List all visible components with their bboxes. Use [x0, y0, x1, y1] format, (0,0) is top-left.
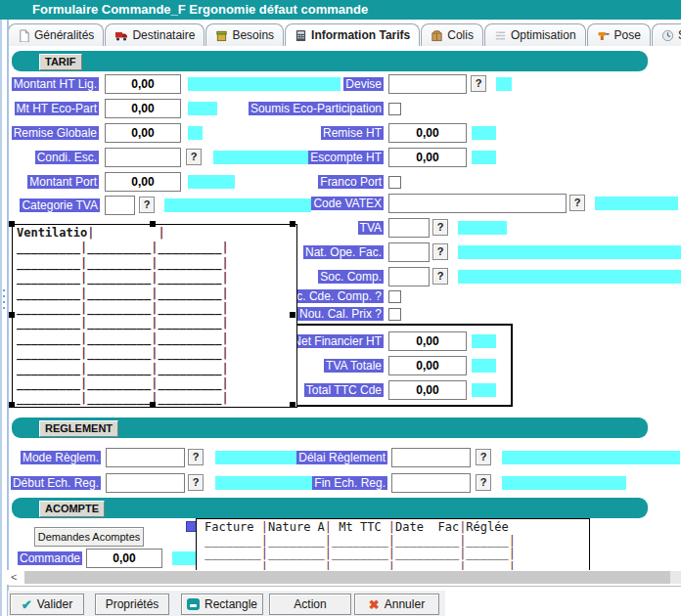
input-remise-ht[interactable]: 0,00: [388, 123, 467, 143]
input-categorie-tva[interactable]: [105, 196, 135, 215]
valider-button[interactable]: ✔ Valider: [10, 594, 84, 615]
help-button-condi-esc[interactable]: ?: [186, 149, 202, 165]
help-button-nat-ope-fac[interactable]: ?: [432, 243, 448, 260]
help-button-soc-comp[interactable]: ?: [432, 268, 448, 285]
input-montant-ht-lig[interactable]: 0,00: [105, 74, 181, 94]
tab-pose[interactable]: Pose: [587, 23, 651, 46]
field-zone-soc-comp[interactable]: [458, 270, 681, 284]
help-button-mode-reglem[interactable]: ?: [188, 449, 204, 465]
field-zone-escompte-ht[interactable]: [472, 151, 496, 164]
selection-handle-top-left[interactable]: [9, 221, 15, 227]
input-tva[interactable]: [388, 218, 430, 238]
input-tva-totale[interactable]: 0,00: [388, 356, 467, 375]
x-icon: ✖: [369, 598, 380, 611]
scroll-left-arrow-icon[interactable]: <: [11, 571, 17, 584]
horizontal-scrollbar[interactable]: <: [7, 570, 681, 585]
input-soc-comp[interactable]: [388, 267, 430, 286]
tab-suivi-des-temps[interactable]: Suivi des temps: [652, 23, 681, 46]
crate-icon: [215, 29, 228, 42]
field-zone-tva-totale[interactable]: [472, 359, 496, 373]
input-condi-esc[interactable]: [105, 148, 181, 167]
field-zone-categorie-tva[interactable]: [164, 198, 311, 212]
input-code-vatex[interactable]: [388, 194, 567, 213]
scrollbar-thumb[interactable]: [24, 571, 670, 584]
acompte-table[interactable]: Facture |Nature A| Mt TTC |Date Fac|Régl…: [196, 518, 590, 575]
input-mode-reglem[interactable]: [106, 448, 185, 467]
input-total-ttc-cde[interactable]: 0,00: [388, 380, 467, 400]
package-icon: [431, 29, 443, 42]
proprietes-button[interactable]: Propriétés: [95, 594, 169, 615]
input-montant-port[interactable]: 0,00: [105, 172, 181, 192]
input-remise-globale[interactable]: 0,00: [105, 123, 181, 143]
input-debut-ech-reg[interactable]: [106, 473, 185, 493]
selection-handle-mid-left[interactable]: [9, 312, 15, 318]
action-button[interactable]: Action: [269, 594, 351, 615]
tab-generalites[interactable]: Généralités: [8, 23, 104, 46]
checkbox-fac-cde-comp[interactable]: [388, 290, 401, 303]
section-band-acompte: [12, 498, 648, 518]
annuler-button[interactable]: ✖ Annuler: [354, 594, 439, 615]
splitter-grip-dot: [3, 295, 5, 297]
field-zone-devise[interactable]: [496, 77, 512, 91]
splitter-grip-dot: [3, 301, 5, 303]
field-zone-tva[interactable]: [458, 221, 507, 235]
input-nat-ope-fac[interactable]: [388, 242, 430, 262]
form-designer-window: Formulaire Commande_F Ergonomie défaut c…: [0, 0, 681, 616]
field-zone-nat-ope-fac[interactable]: [458, 245, 681, 259]
input-commande[interactable]: 0,00: [86, 549, 162, 568]
checkbox-franco-port[interactable]: [388, 176, 401, 189]
field-zone-montant-port[interactable]: [188, 175, 235, 189]
tab-destinataire[interactable]: Destinataire: [105, 23, 204, 46]
document-icon: [18, 29, 30, 42]
field-zone-total-ttc-cde[interactable]: [472, 383, 496, 397]
checkbox-soumis-eco-participation[interactable]: [388, 103, 401, 115]
help-button-delai-reglement[interactable]: ?: [476, 449, 491, 465]
help-button-debut-ech-reg[interactable]: ?: [188, 474, 204, 491]
label-devise: Devise: [343, 77, 384, 91]
field-zone-condi-esc[interactable]: [213, 151, 313, 164]
input-fin-ech-reg[interactable]: [391, 473, 471, 493]
input-net-financier-ht[interactable]: 0,00: [388, 331, 467, 351]
input-mt-ht-eco-part[interactable]: 0,00: [105, 99, 181, 118]
input-escompte-ht[interactable]: 0,00: [388, 148, 467, 167]
field-zone-mt-ht-eco-part[interactable]: [188, 102, 217, 115]
rectangle-button[interactable]: Rectangle: [181, 594, 263, 615]
label-remise-globale: Remise Globale: [12, 126, 99, 140]
selection-handle-top-right[interactable]: [290, 221, 295, 227]
field-zone-remise-globale[interactable]: [188, 126, 203, 140]
selection-handle-bottom-left[interactable]: [9, 402, 15, 408]
help-button-code-vatex[interactable]: ?: [569, 195, 585, 211]
input-delai-reglement[interactable]: [391, 448, 471, 467]
tab-optimisation[interactable]: Optimisation: [484, 23, 586, 46]
selection-handle-bottom-right[interactable]: [290, 402, 295, 408]
vertical-splitter[interactable]: [7, 20, 9, 616]
help-button-categorie-tva[interactable]: ?: [139, 197, 155, 213]
field-zone-debut-ech-reg[interactable]: [215, 476, 314, 490]
help-button-tva[interactable]: ?: [432, 219, 448, 236]
input-devise[interactable]: [388, 74, 467, 94]
field-zone-fin-ech-reg[interactable]: [502, 476, 626, 490]
ventilation-table[interactable]: Ventilatio| |_________|_________|_______…: [12, 224, 297, 408]
field-zone-delai-reglement[interactable]: [502, 451, 680, 464]
tab-information-tarifs[interactable]: Information Tarifs: [285, 23, 420, 46]
help-button-devise[interactable]: ?: [471, 75, 486, 92]
tab-besoins[interactable]: Besoins: [205, 23, 284, 46]
field-zone-commande[interactable]: [172, 551, 196, 565]
splitter-grip-dot: [3, 307, 5, 309]
label-categorie-tva: Categorie TVA: [20, 198, 100, 212]
field-zone-montant-ht-lig[interactable]: [188, 77, 340, 91]
field-zone-code-vatex[interactable]: [595, 197, 678, 210]
demandes-acomptes-button[interactable]: Demandes Acomptes: [34, 527, 144, 547]
selection-handle-top-mid[interactable]: [150, 221, 156, 227]
help-button-fin-ech-reg[interactable]: ?: [476, 474, 491, 491]
section-title-tarif: TARIF: [39, 54, 82, 70]
field-zone-remise-ht[interactable]: [472, 126, 496, 140]
checkbox-nou-cal-prix[interactable]: [388, 308, 401, 321]
check-icon: ✔: [22, 598, 32, 611]
field-zone-net-financier-ht[interactable]: [472, 334, 496, 348]
selection-handle-mid-right[interactable]: [290, 312, 295, 318]
window-title: Formulaire Commande_F Ergonomie défaut c…: [32, 0, 368, 20]
selection-handle-bottom-mid[interactable]: [150, 402, 156, 408]
tab-colis[interactable]: Colis: [421, 23, 483, 46]
label-tva: TVA: [358, 221, 384, 235]
